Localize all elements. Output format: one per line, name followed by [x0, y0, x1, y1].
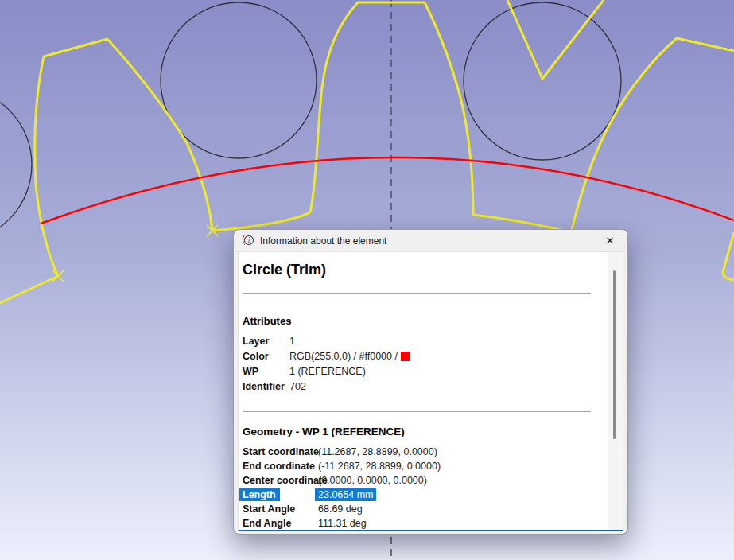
color-swatch: [441, 447, 449, 457]
gear-tooth-profile-far-right[interactable]: [723, 232, 734, 280]
row-label: Layer: [243, 336, 269, 347]
dialog-content: Circle (Trim) Attributes Layer 1 Color R…: [238, 251, 623, 531]
color-swatch: [379, 490, 388, 500]
color-swatch: [298, 336, 307, 346]
table-row[interactable]: Color RGB(255,0,0) / #ff0000 /: [243, 348, 591, 364]
geometry-section-title: Geometry - WP 1 (REFERENCE): [243, 426, 591, 438]
geometry-table: Start coordinate (11.2687, 28.8899, 0.00…: [243, 445, 591, 531]
close-icon: ✕: [606, 235, 615, 247]
table-row[interactable]: Start Angle 68.69 deg: [243, 502, 591, 516]
table-row[interactable]: Center coordinate (0.0000, 0.0000, 0.000…: [243, 473, 591, 488]
table-row[interactable]: Identifier 702: [243, 379, 591, 394]
row-value: 702: [289, 381, 591, 392]
row-label: Length: [239, 488, 280, 501]
row-value: 1 (REFERENCE): [289, 366, 591, 377]
row-label: Start coordinate: [243, 446, 319, 457]
row-label: Color: [243, 351, 269, 362]
color-swatch: [309, 382, 318, 391]
svg-text:i: i: [248, 236, 250, 244]
table-row[interactable]: WP 1 (REFERENCE): [243, 364, 591, 379]
scrollbar-track: [608, 252, 623, 530]
row-label: Start Angle: [243, 504, 295, 515]
row-value: 23.0654 mm: [318, 489, 591, 500]
gear-tooth-profile-center[interactable]: [310, 2, 571, 232]
vertex-marker: [52, 270, 64, 282]
tooth-gap-circle[interactable]: [0, 88, 32, 242]
attributes-section-title: Attributes: [243, 315, 591, 327]
dialog-title: Information about the element: [260, 235, 386, 247]
app-info-icon: i: [241, 234, 254, 247]
cad-viewport[interactable]: i Information about the element ✕ Circle…: [0, 0, 734, 560]
color-swatch: [369, 367, 378, 376]
attributes-table: Layer 1 Color RGB(255,0,0) / #ff0000 / W…: [243, 333, 591, 394]
row-value: (0.0000, 0.0000, 0.0000): [318, 475, 591, 486]
row-value: 111.31 deg: [318, 518, 591, 529]
table-row[interactable]: End Angle 111.31 deg: [243, 516, 591, 531]
row-value: (-11.2687, 28.8899, 0.0000): [318, 461, 591, 472]
row-value: 1: [289, 336, 591, 347]
row-value: RGB(255,0,0) / #ff0000 /: [289, 351, 591, 362]
tooth-gap-circle[interactable]: [464, 2, 621, 160]
row-value: 68.69 deg: [318, 504, 591, 515]
gear-tooth-notch[interactable]: [507, 0, 604, 79]
divider: [243, 411, 591, 412]
row-label: WP: [243, 366, 258, 377]
color-swatch: [370, 519, 379, 528]
close-button[interactable]: ✕: [596, 230, 624, 251]
row-value: (11.2687, 28.8899, 0.0000): [318, 446, 591, 457]
color-swatch: [401, 352, 410, 361]
row-label: Identifier: [243, 381, 285, 392]
color-swatch: [366, 504, 375, 514]
table-row[interactable]: End coordinate (-11.2687, 28.8899, 0.000…: [243, 459, 591, 473]
divider: [243, 293, 591, 294]
element-type-heading: Circle (Trim): [243, 262, 591, 278]
row-label: End coordinate: [243, 461, 315, 472]
element-info-dialog: i Information about the element ✕ Circle…: [233, 229, 628, 535]
table-row[interactable]: Layer 1: [243, 333, 591, 348]
color-swatch: [430, 476, 439, 485]
table-row[interactable]: Length 23.0654 mm: [243, 488, 591, 502]
scrollbar-thumb[interactable]: [613, 270, 616, 439]
row-label: Center coordinate: [243, 475, 328, 486]
row-label: End Angle: [243, 518, 291, 529]
table-row[interactable]: Radius 31.0000: [243, 531, 591, 531]
table-row[interactable]: Start coordinate (11.2687, 28.8899, 0.00…: [243, 445, 591, 459]
dialog-titlebar[interactable]: i Information about the element: [234, 230, 627, 251]
tooth-gap-circle[interactable]: [161, 2, 317, 158]
selected-arc-highlighted[interactable]: [41, 158, 734, 224]
color-swatch: [444, 461, 452, 471]
gear-tooth-profile-right[interactable]: [571, 38, 734, 233]
